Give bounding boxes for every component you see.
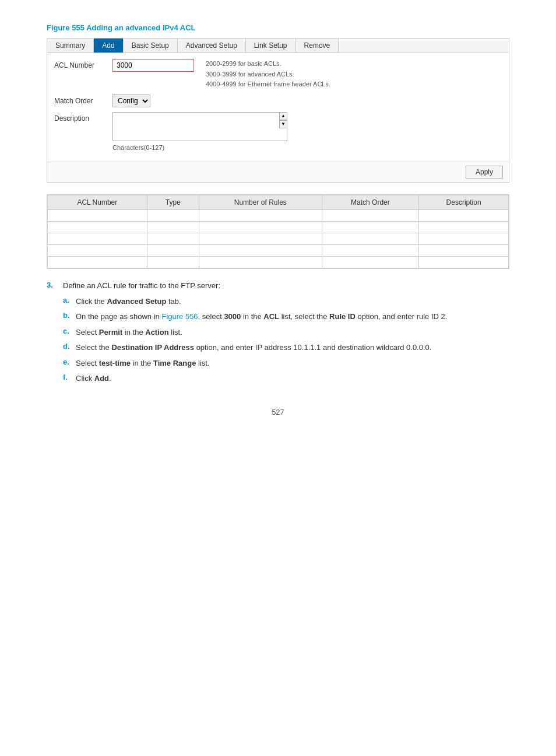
col-type: Type [147,195,199,209]
table-row [48,244,509,256]
sub-step-e-text: Select test-time in the Time Range list. [76,358,210,369]
match-order-input-area: Config Auto [112,94,502,107]
data-table-panel: ACL Number Type Number of Rules Match Or… [47,194,509,269]
match-order-select[interactable]: Config Auto [112,94,150,107]
tab-summary[interactable]: Summary [47,38,94,52]
tab-basic-setup[interactable]: Basic Setup [124,38,178,52]
sub-step-d-text: Select the Destination IP Address option… [76,342,431,354]
acl-hint: 2000-2999 for basic ACLs. 3000-3999 for … [206,59,330,90]
sub-step-b: b. On the page as shown in Figure 556, s… [63,311,509,323]
apply-button[interactable]: Apply [466,166,503,178]
char-hint: Characters(0-127) [112,144,287,151]
col-description: Description [419,195,509,209]
sub-step-c-text: Select Permit in the Action list. [76,327,182,338]
description-area: ▲ ▼ Characters(0-127) [112,112,287,151]
acl-number-input-area: 2000-2999 for basic ACLs. 3000-3999 for … [112,59,502,90]
sub-step-d: d. Select the Destination IP Address opt… [63,342,509,354]
textarea-controls: ▲ ▼ [279,112,287,128]
figure-title: Figure 555 Adding an advanced IPv4 ACL [47,23,509,32]
step-3: 3. Define an ACL rule for traffic to the… [47,281,509,290]
page-number: 527 [47,408,509,416]
table-header-row: ACL Number Type Number of Rules Match Or… [48,195,509,209]
col-num-rules: Number of Rules [199,195,322,209]
sub-step-c-letter: c. [63,327,76,335]
sub-steps: a. Click the Advanced Setup tab. b. On t… [63,296,509,384]
sub-step-a: a. Click the Advanced Setup tab. [63,296,509,307]
sub-step-f-text: Click Add. [76,373,111,384]
step-3-number: 3. [47,281,57,289]
tab-add[interactable]: Add [94,38,123,52]
textarea-scroll-down[interactable]: ▼ [279,120,287,128]
sub-step-f: f. Click Add. [63,373,509,384]
col-acl-number: ACL Number [48,195,147,209]
apply-row: Apply [47,162,509,182]
form-area: ACL Number 2000-2999 for basic ACLs. 300… [47,53,509,162]
sub-step-a-text: Click the Advanced Setup tab. [76,296,181,307]
table-row [48,256,509,268]
description-row: Description ▲ ▼ Characters(0-127) [54,112,502,151]
sub-step-e: e. Select test-time in the Time Range li… [63,358,509,369]
description-textarea[interactable] [112,112,287,141]
textarea-scroll-up[interactable]: ▲ [279,112,287,120]
sub-step-c: c. Select Permit in the Action list. [63,327,509,338]
tab-link-setup[interactable]: Link Setup [246,38,296,52]
acl-hint-line1: 2000-2999 for basic ACLs. [206,59,330,69]
match-order-row: Match Order Config Auto [54,94,502,107]
table-row [48,221,509,233]
match-order-label: Match Order [54,94,112,105]
sub-step-f-letter: f. [63,373,76,382]
table-row [48,233,509,244]
step-3-text: Define an ACL rule for traffic to the FT… [63,281,220,290]
ui-panel: Summary Add Basic Setup Advanced Setup L… [47,38,509,183]
steps-section: 3. Define an ACL rule for traffic to the… [47,281,509,384]
sub-step-e-letter: e. [63,358,76,366]
acl-number-row: ACL Number 2000-2999 for basic ACLs. 300… [54,59,502,90]
sub-step-d-letter: d. [63,342,76,351]
sub-step-a-letter: a. [63,296,76,304]
description-label: Description [54,112,112,123]
acl-number-input[interactable] [112,59,194,72]
acl-number-label: ACL Number [54,59,112,69]
tab-remove[interactable]: Remove [296,38,339,52]
sub-step-b-letter: b. [63,311,76,320]
acl-hint-line2: 3000-3999 for advanced ACLs. [206,69,330,80]
table-row [48,209,509,221]
acl-hint-line3: 4000-4999 for Ethernet frame header ACLs… [206,79,330,90]
col-match-order: Match Order [322,195,418,209]
tab-bar: Summary Add Basic Setup Advanced Setup L… [47,38,509,53]
tab-advanced-setup[interactable]: Advanced Setup [178,38,246,52]
sub-step-b-text: On the page as shown in Figure 556, sele… [76,311,447,323]
data-table: ACL Number Type Number of Rules Match Or… [47,195,509,268]
figure-556-link[interactable]: Figure 556 [161,312,198,321]
description-input-area: ▲ ▼ Characters(0-127) [112,112,502,151]
